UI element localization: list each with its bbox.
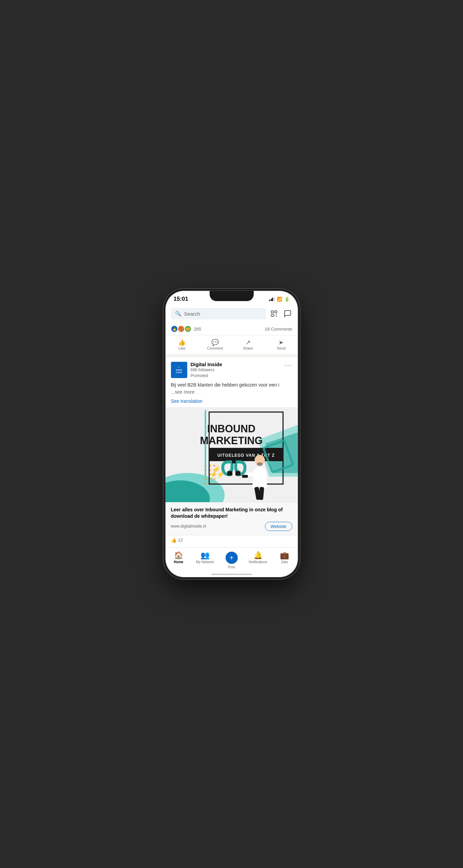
svg-text:INBOUND: INBOUND bbox=[207, 423, 255, 434]
reactions-count: 265 bbox=[194, 327, 201, 332]
reactions-row: 👍 🎉 🤝 265 19 Comments bbox=[166, 323, 298, 335]
home-icon: 🏠 bbox=[174, 552, 183, 559]
svg-point-23 bbox=[204, 482, 207, 485]
feed: 👍 🎉 🤝 265 19 Comments 👍 Like 💬 Comment bbox=[166, 323, 298, 547]
like-icon: 👍 bbox=[178, 339, 186, 346]
comment-label-1: Comment bbox=[207, 346, 223, 350]
jobs-icon: 💼 bbox=[280, 552, 289, 559]
link-preview-title: Leer alles over Inbound Marketing in onz… bbox=[171, 507, 292, 520]
status-icons: 📶 🔋 bbox=[269, 297, 290, 302]
support-emoji: 🤝 bbox=[185, 326, 191, 332]
nav-notifications-label: Notifications bbox=[249, 560, 267, 564]
svg-rect-34 bbox=[227, 471, 232, 476]
post-add-button[interactable]: + bbox=[226, 552, 238, 564]
like-button-1[interactable]: 👍 Like bbox=[166, 337, 199, 353]
share-icon-1: ↗ bbox=[246, 339, 251, 346]
nav-post-label: Post bbox=[228, 565, 235, 569]
author-followers: 696 followers bbox=[191, 367, 222, 373]
status-time: 15:01 bbox=[174, 296, 188, 302]
celebrate-emoji: 🎉 bbox=[178, 326, 185, 332]
post-header: ▽ DigitalInside Digital Inside 696 follo… bbox=[166, 357, 298, 381]
author-name: Digital Inside bbox=[191, 361, 222, 367]
svg-rect-1 bbox=[274, 311, 276, 313]
svg-rect-35 bbox=[235, 471, 240, 476]
search-bar[interactable]: 🔍 Search bbox=[171, 308, 266, 319]
link-preview: Leer alles over Inbound Marketing in onz… bbox=[166, 502, 298, 535]
see-more-link[interactable]: ...see more bbox=[171, 389, 195, 395]
nav-jobs-label: Jobs bbox=[281, 560, 288, 564]
svg-rect-41 bbox=[242, 475, 248, 478]
link-url: www.digitalinside.nl bbox=[171, 524, 206, 529]
nav-post[interactable]: + Post bbox=[218, 550, 245, 570]
like-label-1: Like bbox=[178, 346, 185, 350]
network-icon: 👥 bbox=[200, 552, 210, 559]
header-icons bbox=[269, 309, 292, 318]
comment-button-1[interactable]: 💬 Comment bbox=[198, 337, 232, 353]
nav-notifications[interactable]: 🔔 Notifications bbox=[245, 550, 271, 570]
post-image: INBOUND MARKETING UITGELEGD VAN A TOT Z bbox=[166, 407, 298, 502]
nav-home-label: Home bbox=[174, 560, 184, 564]
send-icon-1: ➤ bbox=[278, 339, 284, 346]
header: 🔍 Search bbox=[166, 305, 298, 323]
svg-text:MARKETING: MARKETING bbox=[200, 435, 263, 446]
battery-icon: 🔋 bbox=[284, 297, 290, 302]
mini-reactions: 👍 12 bbox=[166, 535, 298, 545]
nav-network-label: My Network bbox=[196, 560, 214, 564]
post-card-1: 👍 🎉 🤝 265 19 Comments 👍 Like 💬 Comment bbox=[166, 323, 298, 355]
link-url-row: www.digitalinside.nl Website bbox=[171, 522, 292, 531]
share-button-1[interactable]: ↗ Share bbox=[232, 337, 265, 353]
like-emoji: 👍 bbox=[171, 326, 178, 332]
comment-icon-1: 💬 bbox=[211, 339, 219, 346]
nav-home[interactable]: 🏠 Home bbox=[166, 550, 192, 570]
more-options-button[interactable]: ··· bbox=[285, 361, 292, 368]
send-button-1[interactable]: ➤ Send bbox=[265, 337, 298, 353]
home-indicator bbox=[211, 574, 252, 575]
svg-point-22 bbox=[213, 478, 215, 480]
send-label-1: Send bbox=[277, 346, 286, 350]
reaction-icons: 👍 🎉 🤝 265 bbox=[171, 326, 201, 332]
post-card-2: ▽ DigitalInside Digital Inside 696 follo… bbox=[166, 357, 298, 547]
wifi-icon: 📶 bbox=[277, 297, 282, 302]
see-translation-link[interactable]: See translation bbox=[166, 398, 298, 407]
inbound-marketing-graphic: INBOUND MARKETING UITGELEGD VAN A TOT Z bbox=[166, 407, 298, 502]
notch bbox=[210, 291, 254, 301]
svg-text:⚡: ⚡ bbox=[216, 470, 225, 478]
comments-count: 19 Comments bbox=[265, 327, 292, 332]
search-input[interactable]: Search bbox=[184, 311, 262, 317]
action-buttons-2: 👍 Like 💬 Comment ↗ Share ➤ Send bbox=[166, 545, 298, 547]
mini-reactions-count: 12 bbox=[178, 537, 183, 542]
nav-network[interactable]: 👥 My Network bbox=[192, 550, 218, 570]
post-author: ▽ DigitalInside Digital Inside 696 follo… bbox=[171, 361, 222, 379]
share-label-1: Share bbox=[243, 346, 253, 350]
signal-icon bbox=[269, 297, 275, 301]
post-text-content: Bij veel B2B klanten die hebben gekozen … bbox=[171, 382, 279, 388]
post-add-icon: + bbox=[230, 554, 234, 561]
phone-frame: 15:01 📶 🔋 🔍 Search bbox=[166, 291, 298, 577]
search-icon: 🔍 bbox=[175, 311, 181, 317]
nav-jobs[interactable]: 💼 Jobs bbox=[271, 550, 298, 570]
post-text: Bij veel B2B klanten die hebben gekozen … bbox=[166, 381, 298, 398]
screen: 15:01 📶 🔋 🔍 Search bbox=[166, 291, 298, 577]
svg-rect-2 bbox=[271, 314, 273, 316]
notifications-icon: 🔔 bbox=[253, 552, 263, 559]
qr-code-icon[interactable] bbox=[269, 309, 279, 318]
mini-like-icon: 👍 bbox=[171, 537, 177, 543]
bottom-nav: 🏠 Home 👥 My Network + Post 🔔 Notificatio… bbox=[166, 547, 298, 577]
message-icon[interactable] bbox=[283, 309, 292, 318]
svg-rect-0 bbox=[271, 311, 273, 313]
author-avatar: ▽ DigitalInside bbox=[171, 362, 187, 378]
svg-point-20 bbox=[204, 478, 207, 480]
action-buttons-1: 👍 Like 💬 Comment ↗ Share ➤ Send bbox=[166, 335, 298, 355]
author-promoted: Promoted bbox=[191, 373, 222, 379]
author-info: Digital Inside 696 followers Promoted bbox=[191, 361, 222, 379]
svg-line-6 bbox=[276, 316, 277, 317]
website-button[interactable]: Website bbox=[265, 522, 292, 531]
svg-point-40 bbox=[257, 462, 263, 466]
